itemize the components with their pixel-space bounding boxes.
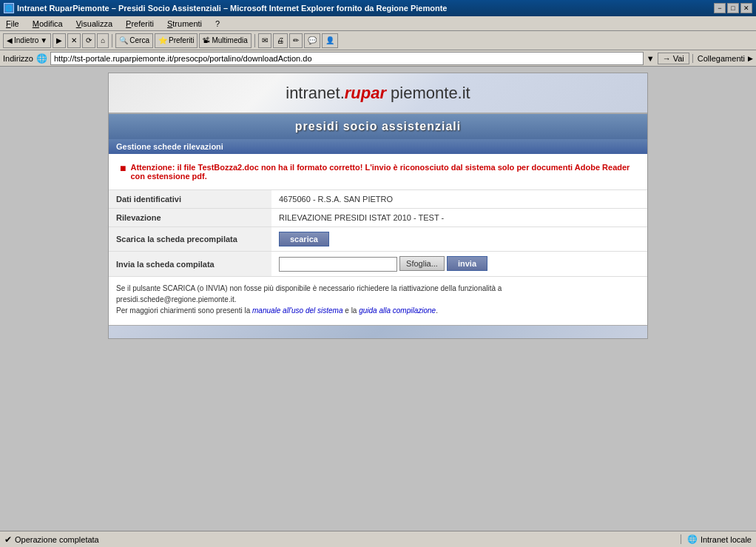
manual-link[interactable]: manuale all'uso del sistema [252, 306, 343, 315]
edit-icon: ✏ [293, 36, 299, 44]
info-line2: presidi.schede@regione.piemonte.it. [116, 295, 236, 303]
go-arrow-icon: → [663, 54, 671, 63]
browser-content: intranet.rupar piemonte.it presidi socio… [0, 67, 756, 489]
multimedia-label: Multimedia [212, 36, 247, 44]
window-title: Intranet RuparPiemonte – Presidi Socio A… [17, 4, 448, 13]
favorites-label: Preferiti [169, 36, 194, 44]
statusbar-text: Operazione completata [15, 535, 99, 544]
scarica-cell: scarica [271, 227, 647, 252]
toolbar: ◀ Indietro ▼ ▶ ✕ ⟳ ⌂ 🔍 Cerca ⭐ Preferiti… [0, 31, 756, 50]
address-label: Indirizzo [3, 54, 33, 63]
titlebar-controls: − □ ✕ [714, 3, 752, 13]
page-title: presidi socio assistenziali [295, 120, 461, 132]
page-titlebar: presidi socio assistenziali [109, 114, 647, 139]
content-area: Gestione schede rilevazioni ■ Attenzione… [109, 139, 647, 325]
rilevazione-label: Rilevazione [109, 209, 271, 227]
search-label: Cerca [129, 36, 149, 44]
links-dropdown-icon[interactable]: ▶ [748, 55, 753, 62]
refresh-button[interactable]: ⟳ [82, 33, 95, 48]
menu-visualizza[interactable]: Visualizza [73, 19, 115, 29]
site-footer [109, 325, 647, 338]
window-titlebar: 🌐 Intranet RuparPiemonte – Presidi Socio… [0, 0, 756, 16]
print-icon: 🖨 [277, 36, 284, 44]
logo-suffix: piemonte.it [386, 84, 470, 102]
edit-button[interactable]: ✏ [289, 33, 303, 48]
zone-icon: 🌐 [687, 534, 698, 544]
addressbar: Indirizzo 🌐 ▼ → Vai Collegamenti ▶ [0, 50, 756, 67]
section-title: Gestione schede rilevazioni [116, 142, 223, 151]
website-container: intranet.rupar piemonte.it presidi socio… [108, 73, 648, 339]
scarica-label: Scarica la scheda precompilata [109, 227, 271, 252]
invia-cell: Sfoglia... invia [271, 252, 647, 277]
logo-prefix: intranet. [286, 84, 345, 102]
section-header: Gestione schede rilevazioni [109, 139, 647, 154]
address-input[interactable] [50, 52, 644, 65]
address-dropdown-icon[interactable]: ▼ [647, 54, 655, 63]
refresh-icon: ⟳ [86, 36, 92, 44]
menu-help[interactable]: ? [212, 19, 223, 29]
menu-strumenti[interactable]: Strumenti [164, 19, 205, 29]
maximize-button[interactable]: □ [727, 3, 739, 13]
address-globe-icon: 🌐 [36, 53, 47, 64]
invia-button[interactable]: invia [447, 256, 487, 271]
info-line3-prefix: Per maggiori chiarimenti sono presenti l… [116, 306, 252, 315]
minimize-button[interactable]: − [714, 3, 726, 13]
multimedia-icon: 📽 [203, 36, 210, 44]
rilevazione-value: RILEVAZIONE PRESIDI ISTAT 2010 - TEST - [271, 209, 647, 227]
mail-button[interactable]: ✉ [258, 33, 271, 48]
forward-icon: ▶ [56, 36, 62, 44]
warning-text-content: Attenzione: il file TestBozza2.doc non h… [130, 163, 636, 181]
site-header: intranet.rupar piemonte.it [109, 73, 647, 114]
multimedia-button[interactable]: 📽 Multimedia [199, 33, 251, 48]
print-button[interactable]: 🖨 [273, 33, 288, 48]
close-button[interactable]: ✕ [740, 3, 752, 13]
links-label[interactable]: Collegamenti [692, 54, 745, 63]
table-row-dati: Dati identificativi 4675060 - R.S.A. SAN… [109, 190, 647, 209]
go-button[interactable]: → Vai [658, 53, 689, 64]
messenger-icon: 👤 [325, 36, 334, 44]
search-button[interactable]: 🔍 Cerca [115, 33, 153, 48]
dati-label: Dati identificativi [109, 190, 271, 209]
sfoglia-button[interactable]: Sfoglia... [399, 256, 445, 271]
separator1 [112, 34, 112, 47]
stop-button[interactable]: ✕ [67, 33, 81, 48]
menubar: File Modifica Visualizza Preferiti Strum… [0, 16, 756, 31]
discuss-button[interactable]: 💬 [304, 33, 320, 48]
warning-message: ■ Attenzione: il file TestBozza2.doc non… [120, 163, 636, 181]
home-icon: ⌂ [101, 36, 105, 44]
menu-preferiti[interactable]: Preferiti [123, 19, 157, 29]
forward-button[interactable]: ▶ [53, 33, 66, 48]
invia-label: Invia la scheda compilata [109, 252, 271, 277]
go-label: Vai [673, 54, 684, 63]
statusbar-zone: 🌐 Intranet locale [681, 534, 752, 544]
messenger-button[interactable]: 👤 [322, 33, 338, 48]
menu-modifica[interactable]: Modifica [30, 19, 66, 29]
info-text-area: Se il pulsante SCARICA (o INVIA) non fos… [109, 277, 647, 325]
data-table: Dati identificativi 4675060 - R.S.A. SAN… [109, 190, 647, 277]
favorites-button[interactable]: ⭐ Preferiti [155, 33, 198, 48]
back-label: Indietro [14, 36, 38, 44]
home-button[interactable]: ⌂ [97, 33, 109, 48]
info-line1: Se il pulsante SCARICA (o INVIA) non fos… [116, 284, 502, 292]
dati-value: 4675060 - R.S.A. SAN PIETRO [271, 190, 647, 209]
site-logo: intranet.rupar piemonte.it [286, 84, 470, 103]
back-icon: ◀ [7, 36, 13, 44]
logo-brand: rupar [345, 84, 386, 102]
file-input-display[interactable] [279, 257, 397, 272]
mail-icon: ✉ [262, 36, 268, 44]
guide-link[interactable]: guida alla compilazione [359, 306, 436, 315]
menu-file[interactable]: File [3, 19, 22, 29]
back-button[interactable]: ◀ Indietro ▼ [3, 33, 51, 48]
scarica-button[interactable]: scarica [279, 232, 329, 246]
info-line3-mid: e la [343, 306, 360, 315]
zone-label: Intranet locale [701, 535, 752, 544]
table-row-scarica: Scarica la scheda precompilata scarica [109, 227, 647, 252]
warning-bullet-icon: ■ [120, 163, 126, 173]
favorites-icon: ⭐ [158, 36, 167, 44]
statusbar-icon: ✔ [4, 534, 12, 545]
discuss-icon: 💬 [308, 36, 317, 44]
stop-icon: ✕ [71, 36, 77, 44]
table-row-invia: Invia la scheda compilata Sfoglia... inv… [109, 252, 647, 277]
info-line3-suffix: . [436, 306, 438, 315]
statusbar: ✔ Operazione completata 🌐 Intranet local… [0, 531, 756, 547]
